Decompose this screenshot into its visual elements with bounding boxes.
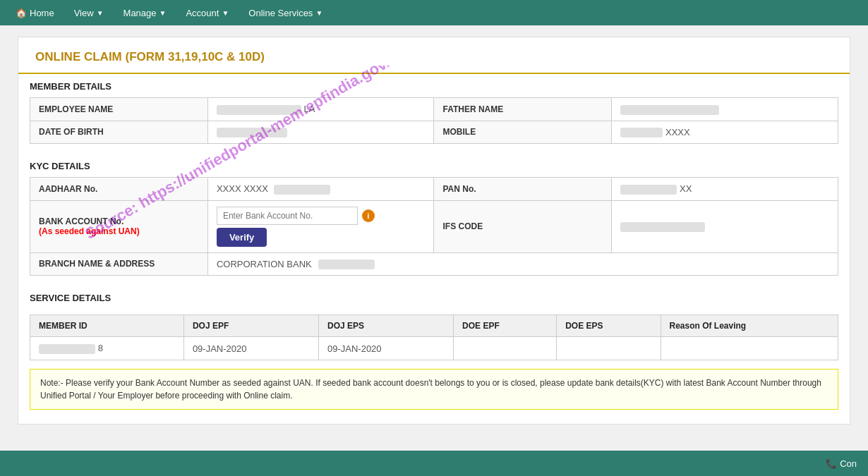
info-icon[interactable]: i — [362, 209, 375, 222]
cell-reason — [661, 337, 838, 360]
mobile-blur — [620, 128, 663, 138]
nav-account[interactable]: Account ▼ — [177, 4, 237, 23]
cell-doe-eps — [557, 337, 661, 360]
service-details-table: MEMBER ID DOJ EPF DOJ EPS DOE EPF DOE EP… — [30, 315, 838, 360]
footer-con-label: Con — [840, 458, 857, 469]
member-id-suffix: 8 — [98, 343, 103, 353]
father-name-blur — [620, 105, 719, 115]
dob-blur — [217, 128, 287, 138]
table-row: 8 09-JAN-2020 09-JAN-2020 — [30, 337, 838, 360]
verify-row: Verify — [217, 228, 426, 247]
nav-view-label: View — [74, 8, 94, 18]
nav-account-label: Account — [186, 8, 219, 18]
table-row: BRANCH NAME & ADDRESS CORPORATION BANK — [30, 252, 838, 276]
bank-account-label: BANK ACCOUNT No. (As seeded against UAN) — [30, 200, 208, 252]
cell-doj-eps: 09-JAN-2020 — [318, 337, 453, 360]
nav-online-services[interactable]: Online Services ▼ — [240, 4, 331, 23]
col-doj-epf: DOJ EPF — [183, 315, 318, 337]
pan-value: XX — [612, 178, 838, 201]
account-arrow-icon: ▼ — [222, 9, 229, 17]
branch-value: CORPORATION BANK — [207, 252, 838, 276]
footer: 📞 Con — [0, 451, 868, 476]
ifs-label: IFS CODE — [434, 200, 612, 252]
bank-input-wrap: i Verify — [217, 207, 426, 247]
nav-manage[interactable]: Manage ▼ — [115, 4, 175, 23]
bank-sublabel: (As seeded against UAN) — [39, 226, 140, 236]
employee-name-blur — [217, 105, 301, 115]
member-details-section: MEMBER DETAILS EMPLOYEE NAME LA FATHER N… — [30, 74, 838, 144]
nav-home-label: Home — [30, 8, 54, 18]
kyc-details-section: KYC DETAILS AADHAAR No. XXXX XXXX PAN No… — [30, 154, 838, 276]
dob-value — [207, 121, 434, 144]
father-name-value — [612, 98, 838, 121]
member-id-blur — [39, 344, 95, 354]
phone-icon: 📞 — [826, 458, 837, 469]
pan-blur — [620, 185, 677, 195]
bank-label-text: BANK ACCOUNT No. — [39, 216, 123, 226]
aadhaar-prefix: XXXX XXXX — [217, 183, 268, 194]
col-member-id: MEMBER ID — [30, 315, 184, 337]
table-row: DATE OF BIRTH MOBILE XXXX — [30, 121, 838, 144]
employee-name-label: EMPLOYEE NAME — [30, 98, 208, 121]
service-table-body: 8 09-JAN-2020 09-JAN-2020 — [30, 337, 838, 360]
aadhaar-blur — [274, 185, 330, 195]
table-row: AADHAAR No. XXXX XXXX PAN No. XX — [30, 178, 838, 201]
cell-doj-epf: 09-JAN-2020 — [183, 337, 318, 360]
dob-label: DATE OF BIRTH — [30, 121, 208, 144]
pan-suffix: XX — [680, 183, 692, 194]
nav-home[interactable]: 🏠 Home — [7, 4, 63, 23]
home-icon: 🏠 — [16, 8, 27, 18]
mobile-suffix: XXXX — [665, 127, 690, 138]
bank-account-input[interactable] — [217, 207, 358, 225]
employee-name-value: LA — [207, 98, 434, 121]
service-table-header: MEMBER ID DOJ EPF DOJ EPS DOE EPF DOE EP… — [30, 315, 838, 337]
aadhaar-value: XXXX XXXX — [207, 178, 434, 201]
table-row: EMPLOYEE NAME LA FATHER NAME — [30, 98, 838, 121]
main-content: Source: https://unifiedportal-mem.epfind… — [18, 37, 850, 425]
bank-account-input-cell: i Verify — [207, 200, 434, 252]
table-row: BANK ACCOUNT No. (As seeded against UAN)… — [30, 200, 838, 252]
col-doe-epf: DOE EPF — [454, 315, 557, 337]
ifs-blur — [620, 222, 705, 232]
pan-label: PAN No. — [434, 178, 612, 201]
col-doj-eps: DOJ EPS — [318, 315, 453, 337]
member-details-table: EMPLOYEE NAME LA FATHER NAME DATE OF BIR… — [30, 97, 838, 144]
mobile-value: XXXX — [612, 121, 838, 144]
view-arrow-icon: ▼ — [97, 9, 104, 17]
cell-member-id: 8 — [30, 337, 184, 360]
verify-button[interactable]: Verify — [217, 228, 267, 247]
navbar: 🏠 Home View ▼ Manage ▼ Account ▼ Online … — [0, 0, 868, 25]
kyc-details-table: AADHAAR No. XXXX XXXX PAN No. XX BANK AC… — [30, 177, 838, 276]
member-details-title: MEMBER DETAILS — [30, 74, 838, 97]
manage-arrow-icon: ▼ — [159, 9, 167, 17]
online-services-arrow-icon: ▼ — [315, 9, 323, 17]
col-doe-eps: DOE EPS — [557, 315, 661, 337]
note-text: Note:- Please verify your Bank Account N… — [40, 378, 821, 401]
service-details-title: SERVICE DETAILS — [30, 286, 838, 309]
nav-manage-label: Manage — [123, 8, 157, 18]
note-box: Note:- Please verify your Bank Account N… — [30, 369, 838, 410]
ifs-value — [612, 200, 838, 252]
branch-name: CORPORATION BANK — [217, 259, 312, 269]
employee-name-suffix: LA — [304, 104, 315, 114]
nav-view[interactable]: View ▼ — [66, 4, 112, 23]
cell-doe-epf — [454, 337, 557, 360]
page-title: ONLINE CLAIM (FORM 31,19,10C & 10D) — [18, 37, 850, 74]
nav-online-services-label: Online Services — [248, 8, 313, 18]
kyc-details-title: KYC DETAILS — [30, 154, 838, 177]
header-row: MEMBER ID DOJ EPF DOJ EPS DOE EPF DOE EP… — [30, 315, 838, 337]
service-details-section: SERVICE DETAILS MEMBER ID DOJ EPF DOJ EP… — [30, 286, 838, 360]
branch-blur — [318, 260, 375, 269]
bank-input-row: i — [217, 207, 426, 225]
branch-label: BRANCH NAME & ADDRESS — [30, 252, 208, 276]
col-reason: Reason Of Leaving — [661, 315, 838, 337]
mobile-label: MOBILE — [434, 121, 612, 144]
father-name-label: FATHER NAME — [434, 98, 612, 121]
aadhaar-label: AADHAAR No. — [30, 178, 208, 201]
footer-con: 📞 Con — [826, 458, 857, 469]
